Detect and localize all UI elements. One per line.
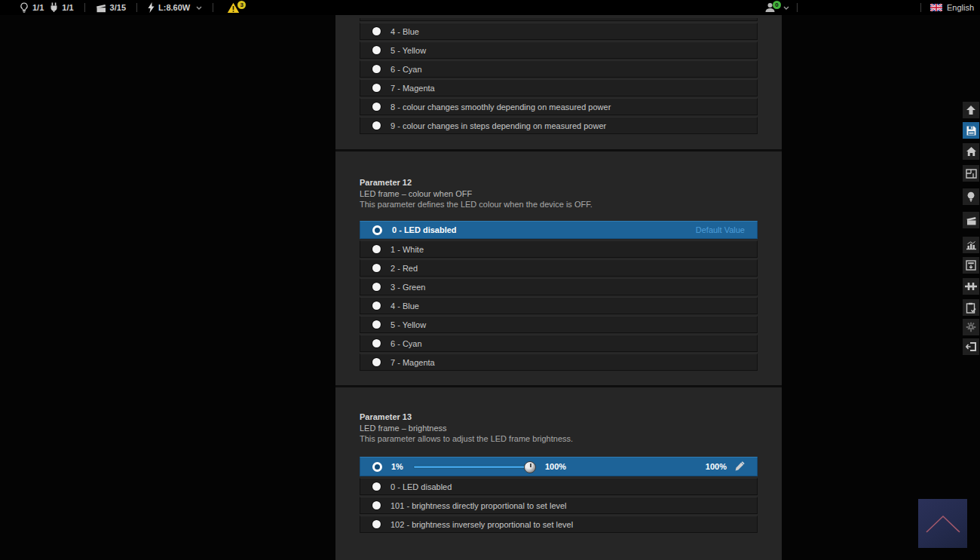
- sidebar-item-energy-chart[interactable]: [963, 237, 979, 253]
- parameter-name: LED frame – brightness: [360, 423, 758, 433]
- radio-unselected-icon[interactable]: [372, 520, 381, 528]
- power-label: L:8.60W: [158, 3, 190, 12]
- slider-min-label: 1%: [391, 462, 403, 471]
- option-row[interactable]: 1 - White: [360, 240, 758, 258]
- option-row-selected[interactable]: 0 - LED disabled Default Value: [360, 221, 758, 239]
- scroll-top-logo-button[interactable]: [918, 499, 967, 548]
- sidebar-item-scroll-top[interactable]: [963, 102, 979, 118]
- radio-unselected-icon[interactable]: [372, 301, 381, 310]
- option-row[interactable]: 6 - Cyan: [360, 60, 758, 78]
- parameter-description: This parameter allows to adjust the LED …: [360, 433, 758, 444]
- topbar-separator: [213, 3, 213, 12]
- save-floppy-icon: [966, 125, 977, 136]
- screen: 1/1 1/1 3/15 L:8.60W: [0, 0, 980, 560]
- topbar-separator: [84, 3, 85, 12]
- chevron-down-icon: [783, 6, 789, 10]
- option-row-partial[interactable]: [360, 18, 758, 21]
- user-menu[interactable]: 0: [764, 0, 802, 15]
- device-box-icon: [966, 260, 976, 271]
- option-row[interactable]: 2 - Red: [360, 259, 758, 277]
- lightbulb-icon: [966, 191, 975, 202]
- options-list: 4 - Blue 5 - Yellow 6 - Cyan 7 - Magenta…: [360, 15, 758, 134]
- parameter-11-section: 4 - Blue 5 - Yellow 6 - Cyan 7 - Magenta…: [335, 15, 782, 149]
- sidebar-item-devices[interactable]: [963, 188, 979, 205]
- home-icon: [966, 146, 977, 157]
- clapperboard-icon: [966, 216, 977, 225]
- option-row[interactable]: 101 - brightness directly proportional t…: [360, 497, 758, 514]
- sidebar-item-configuration[interactable]: [963, 299, 979, 316]
- sidebar-item-logout[interactable]: [963, 338, 979, 355]
- topbar-separator: [136, 3, 137, 12]
- sidebar-item-save[interactable]: [963, 122, 979, 139]
- radio-unselected-icon[interactable]: [372, 283, 381, 291]
- option-label: 5 - Yellow: [390, 46, 426, 55]
- slider-thumb[interactable]: [524, 461, 536, 473]
- radio-unselected-icon[interactable]: [372, 339, 381, 347]
- option-row[interactable]: 9 - colour changes in steps depending on…: [360, 117, 758, 134]
- radio-unselected-icon[interactable]: [372, 84, 381, 92]
- option-row[interactable]: 6 - Cyan: [360, 335, 758, 352]
- parameter-title: Parameter 13: [360, 412, 758, 422]
- radio-unselected-icon[interactable]: [372, 103, 381, 111]
- option-row[interactable]: 102 - brightness inversely proportional …: [360, 516, 758, 533]
- topbar-separator: [797, 3, 798, 12]
- scenes-indicator: 3/15: [96, 3, 126, 13]
- sidebar-item-settings[interactable]: [963, 319, 979, 335]
- sidebar-item-scenes[interactable]: [963, 212, 979, 228]
- radio-unselected-icon[interactable]: [372, 121, 381, 130]
- radio-unselected-icon[interactable]: [372, 358, 381, 366]
- sidebar-item-plugins[interactable]: [963, 278, 979, 295]
- default-value-label: Default Value: [696, 225, 745, 234]
- option-row[interactable]: 5 - Yellow: [360, 316, 758, 333]
- alerts-indicator[interactable]: 3: [227, 2, 246, 14]
- clapperboard-icon: [96, 3, 106, 13]
- radio-unselected-icon[interactable]: [372, 482, 381, 491]
- uk-flag-icon: [930, 4, 942, 11]
- option-label: 4 - Blue: [390, 27, 419, 36]
- option-row[interactable]: 3 - Green: [360, 278, 758, 295]
- option-label: 3 - Green: [390, 283, 425, 292]
- radio-unselected-icon[interactable]: [372, 65, 381, 73]
- option-label: 7 - Magenta: [390, 84, 435, 93]
- slider-option-row[interactable]: 1% 100% 100%: [360, 457, 758, 476]
- parameter-header: Parameter 13 LED frame – brightness This…: [335, 387, 782, 444]
- option-row[interactable]: 4 - Blue: [360, 297, 758, 314]
- topbar-separator: [920, 3, 921, 12]
- option-row[interactable]: 7 - Magenta: [360, 353, 758, 371]
- radio-unselected-icon[interactable]: [372, 245, 381, 253]
- radio-selected-icon[interactable]: [372, 462, 382, 472]
- slider-max-label: 100%: [545, 462, 566, 471]
- plug-icon: [50, 2, 58, 13]
- clipboard-check-icon: [966, 302, 976, 314]
- radio-unselected-icon[interactable]: [372, 501, 381, 510]
- option-row[interactable]: 7 - Magenta: [360, 79, 758, 96]
- sidebar-item-panels[interactable]: [963, 257, 979, 274]
- radio-unselected-icon[interactable]: [372, 264, 381, 272]
- radio-unselected-icon[interactable]: [372, 46, 381, 54]
- option-label: 8 - colour changes smoothly depending on…: [390, 103, 611, 112]
- options-list: 1% 100% 100% 0 - LED disabled: [360, 457, 758, 533]
- plug-count: 1/1: [62, 3, 73, 12]
- edit-pencil-icon[interactable]: [734, 461, 745, 472]
- parameter-12-section: Parameter 12 LED frame – colour when OFF…: [335, 151, 782, 385]
- sidebar-item-home[interactable]: [963, 143, 979, 160]
- option-label: 101 - brightness directly proportional t…: [390, 501, 567, 510]
- language-label: English: [947, 3, 974, 12]
- option-label: 1 - White: [390, 245, 424, 254]
- option-row[interactable]: 5 - Yellow: [360, 41, 758, 59]
- option-row[interactable]: 0 - LED disabled: [360, 478, 758, 495]
- option-label: 6 - Cyan: [390, 339, 422, 348]
- language-selector[interactable]: English: [916, 0, 974, 15]
- option-row[interactable]: 8 - colour changes smoothly depending on…: [360, 98, 758, 115]
- radio-unselected-icon[interactable]: [372, 320, 381, 329]
- radio-selected-icon[interactable]: [372, 225, 382, 235]
- option-label: 4 - Blue: [390, 301, 419, 311]
- power-indicator[interactable]: L:8.60W: [148, 2, 202, 13]
- options-list: 0 - LED disabled Default Value 1 - White…: [360, 221, 758, 371]
- brightness-slider[interactable]: [413, 465, 534, 469]
- parameter-header: Parameter 12 LED frame – colour when OFF…: [335, 151, 782, 210]
- sidebar-item-rooms[interactable]: [963, 165, 979, 182]
- radio-unselected-icon[interactable]: [372, 27, 381, 35]
- option-row[interactable]: 4 - Blue: [360, 23, 758, 40]
- option-label: 7 - Magenta: [390, 358, 435, 367]
